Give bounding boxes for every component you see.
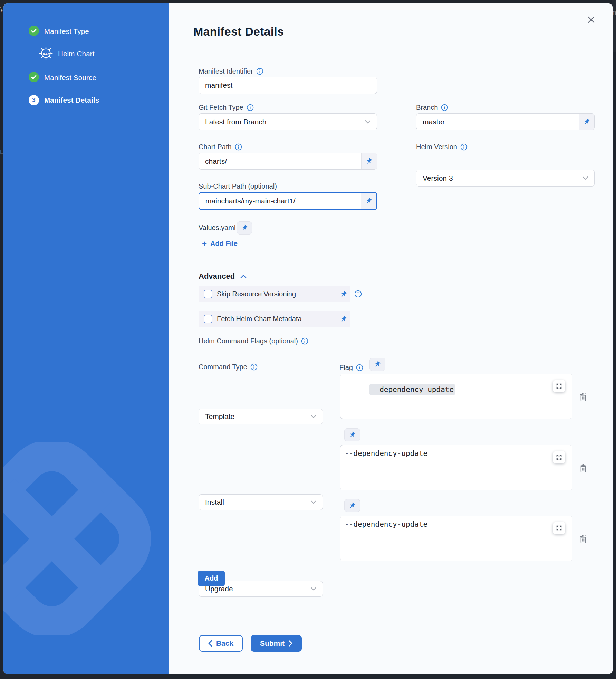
fetch-helm-chart-metadata-row: Fetch Helm Chart Metadata (199, 311, 350, 327)
pin-icon (349, 502, 356, 509)
selected-text: --dependency-update (369, 384, 455, 395)
sub-chart-path-input[interactable]: maincharts/my-main-chart1/ (199, 193, 361, 209)
manifest-details-panel: Manifest Details Manifest Identifier Git… (169, 3, 613, 674)
flag-textarea[interactable]: --dependency-update (340, 374, 572, 419)
chart-path-input[interactable] (199, 153, 361, 169)
delete-flag-button[interactable] (579, 534, 588, 544)
command-type-select[interactable]: Install (199, 494, 323, 510)
pin-icon (366, 158, 373, 165)
pin-icon (374, 361, 381, 368)
wizard-step-manifest-source[interactable]: Manifest Source (29, 72, 96, 84)
info-icon[interactable] (441, 104, 448, 111)
flag-textarea[interactable]: --dependency-update (340, 516, 572, 561)
git-fetch-type-select[interactable]: Latest from Branch (199, 113, 377, 130)
pin-runtime-input-button[interactable] (361, 193, 376, 209)
chevron-down-icon (311, 500, 316, 504)
submit-button[interactable]: Submit (251, 635, 302, 652)
chevron-up-icon (240, 275, 247, 278)
info-icon[interactable] (250, 363, 258, 371)
helm-icon: HELM (39, 46, 53, 61)
wizard-step-manifest-details[interactable]: 3 Manifest Details (29, 95, 99, 105)
skip-resource-versioning-row: Skip Resource Versioning (199, 286, 350, 302)
chevron-down-icon (365, 120, 370, 124)
expand-icon (555, 382, 563, 390)
pin-icon (241, 224, 248, 231)
flag-textarea[interactable]: --dependency-update (340, 445, 572, 490)
info-icon[interactable] (301, 337, 308, 345)
step-number-badge: 3 (29, 95, 39, 105)
wizard-step-manifest-type[interactable]: Manifest Type (29, 26, 89, 37)
expand-flag-editor-button[interactable] (553, 522, 565, 534)
helm-version-select[interactable]: Version 3 (416, 170, 595, 187)
add-file-button[interactable]: + Add File (202, 240, 238, 248)
helm-version-label: Helm Version (416, 143, 468, 151)
fetch-helm-chart-metadata-checkbox[interactable] (204, 315, 212, 323)
info-icon[interactable] (356, 364, 363, 371)
info-icon[interactable] (235, 143, 242, 151)
chevron-down-icon (583, 176, 588, 180)
page-title: Manifest Details (193, 25, 284, 38)
skip-resource-versioning-checkbox[interactable] (204, 290, 212, 298)
plus-icon: + (202, 240, 207, 247)
background-text-fragment: ne (612, 8, 616, 17)
expand-flag-editor-button[interactable] (553, 380, 565, 392)
helm-command-flags-heading: Helm Command Flags (optional) (199, 337, 308, 345)
expand-icon (555, 453, 563, 461)
manifest-wizard-modal: Manifest Type HELM Helm Chart (3, 3, 613, 674)
delete-flag-button[interactable] (579, 392, 588, 402)
info-icon[interactable] (354, 290, 362, 298)
add-flag-button[interactable]: Add (198, 571, 225, 586)
expand-icon (555, 524, 563, 532)
sub-chart-path-label: Sub-Chart Path (optional) (199, 182, 277, 190)
pin-icon (349, 431, 356, 438)
pin-runtime-input-button[interactable] (579, 114, 594, 130)
step-label: Manifest Source (44, 74, 96, 82)
advanced-section-toggle[interactable]: Advanced (199, 272, 247, 281)
text-caret (296, 197, 296, 206)
command-type-label: Command Type (199, 363, 258, 371)
harness-logo-watermark (3, 442, 169, 635)
delete-flag-button[interactable] (579, 463, 588, 473)
flag-label: Flag (339, 363, 363, 372)
expand-flag-editor-button[interactable] (553, 451, 565, 463)
branch-label: Branch (416, 103, 448, 112)
pin-flag-button[interactable] (369, 358, 385, 371)
manifest-identifier-input[interactable] (199, 77, 377, 94)
manifest-identifier-label: Manifest Identifier (199, 67, 263, 75)
chevron-right-icon (289, 640, 292, 647)
svg-text:HELM: HELM (42, 52, 50, 55)
command-type-select[interactable]: Template (199, 409, 323, 424)
info-icon[interactable] (460, 143, 468, 151)
values-yaml-label: Values.yaml (199, 223, 235, 232)
check-circle-icon (29, 26, 39, 37)
branch-input[interactable] (416, 114, 579, 130)
step-label: Manifest Type (44, 27, 89, 36)
pin-runtime-input-button[interactable] (361, 153, 377, 169)
pin-flag-button[interactable] (344, 428, 360, 441)
info-icon[interactable] (256, 68, 263, 75)
wizard-substep-helm-chart: HELM Helm Chart (39, 46, 95, 61)
pin-icon (583, 118, 590, 125)
pin-runtime-input-button[interactable] (336, 311, 350, 327)
pin-icon (340, 316, 347, 323)
close-icon[interactable] (587, 16, 595, 23)
pin-flag-button[interactable] (344, 499, 360, 512)
chevron-down-icon (311, 587, 316, 591)
git-fetch-type-label: Git Fetch Type (199, 103, 254, 112)
back-button[interactable]: Back (199, 635, 243, 652)
wizard-sidebar: Manifest Type HELM Helm Chart (3, 3, 169, 674)
check-circle-icon (29, 72, 39, 84)
chart-path-label: Chart Path (199, 143, 242, 151)
pin-icon (365, 198, 372, 204)
pin-values-file-button[interactable] (237, 221, 252, 235)
step-label: Manifest Details (44, 96, 99, 104)
chevron-down-icon (311, 415, 316, 418)
pin-icon (340, 291, 347, 298)
chevron-left-icon (208, 640, 212, 647)
info-icon[interactable] (247, 104, 254, 111)
step-label: Helm Chart (58, 50, 95, 58)
pin-runtime-input-button[interactable] (336, 286, 350, 302)
